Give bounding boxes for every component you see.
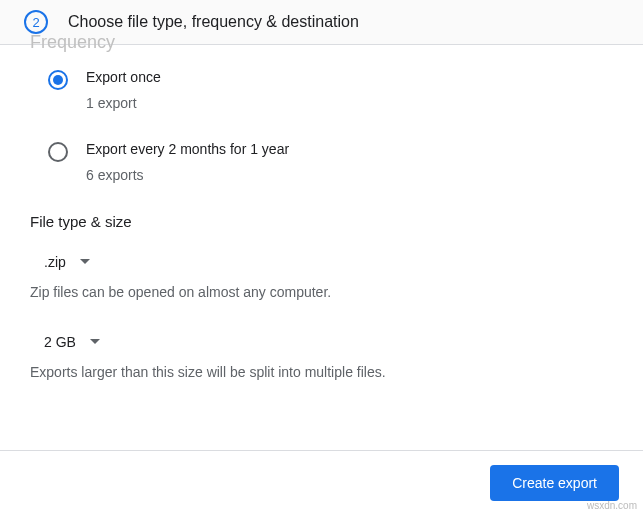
filetype-dropdown[interactable]: .zip: [30, 248, 98, 276]
step-number-badge: 2: [24, 10, 48, 34]
chevron-down-icon: [80, 259, 90, 265]
frequency-option-once[interactable]: Export once 1 export: [30, 69, 613, 111]
size-value: 2 GB: [44, 334, 76, 350]
radio-selected-icon[interactable]: [48, 70, 68, 90]
filetype-size-heading: File type & size: [30, 213, 613, 230]
radio-subtitle: 6 exports: [86, 167, 289, 183]
frequency-option-bimonthly[interactable]: Export every 2 months for 1 year 6 expor…: [30, 141, 613, 183]
filetype-help: Zip files can be opened on almost any co…: [30, 284, 613, 300]
radio-unselected-icon[interactable]: [48, 142, 68, 162]
radio-subtitle: 1 export: [86, 95, 161, 111]
step-title: Choose file type, frequency & destinatio…: [68, 13, 359, 31]
radio-title: Export every 2 months for 1 year: [86, 141, 289, 157]
create-export-button[interactable]: Create export: [490, 465, 619, 501]
watermark-text: wsxdn.com: [587, 500, 637, 511]
radio-labels: Export once 1 export: [86, 69, 161, 111]
radio-labels: Export every 2 months for 1 year 6 expor…: [86, 141, 289, 183]
size-help: Exports larger than this size will be sp…: [30, 364, 613, 380]
frequency-radio-group: Export once 1 export Export every 2 mont…: [30, 69, 613, 183]
footer-bar: Create export: [0, 450, 643, 515]
size-dropdown[interactable]: 2 GB: [30, 328, 108, 356]
chevron-down-icon: [90, 339, 100, 345]
content-area: Export once 1 export Export every 2 mont…: [0, 45, 643, 380]
filetype-value: .zip: [44, 254, 66, 270]
radio-title: Export once: [86, 69, 161, 85]
